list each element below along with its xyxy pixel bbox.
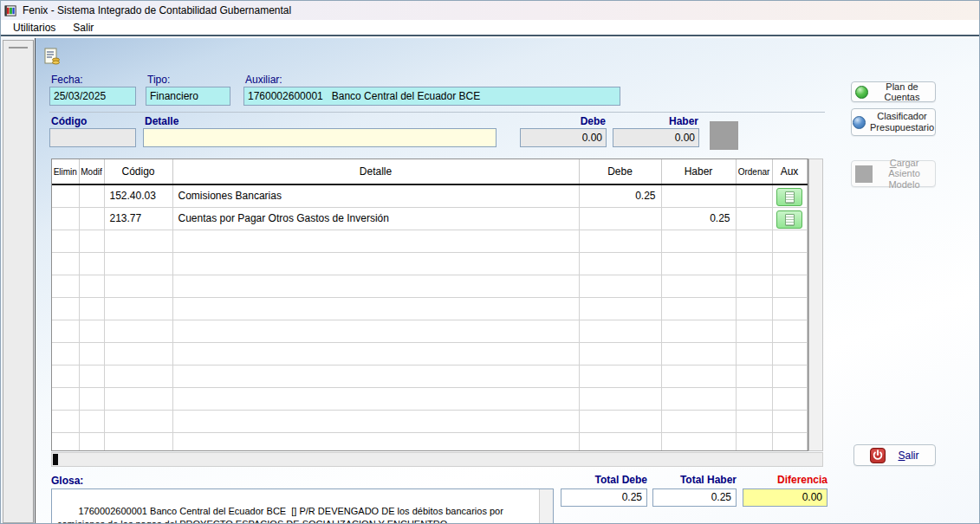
empty-row[interactable]	[52, 387, 807, 410]
empty-row[interactable]	[52, 297, 807, 320]
balance-status-square	[710, 121, 738, 150]
cell-aux	[772, 252, 807, 275]
salir-button[interactable]: Salir	[853, 444, 936, 466]
cell-elimin	[52, 387, 79, 410]
cell-ordenar	[736, 365, 772, 387]
app-window: Fenix - Sistema Integrado de Contabilida…	[0, 0, 980, 524]
menu-salir[interactable]: Salir	[66, 21, 101, 35]
empty-row[interactable]	[52, 320, 807, 342]
cell-codigo	[104, 432, 172, 451]
diferencia-label: Diferencia	[743, 474, 827, 486]
cell-debe	[579, 275, 661, 297]
cell-elimin	[52, 275, 79, 297]
menu-utilitarios[interactable]: Utilitarios	[6, 21, 62, 35]
cell-debe: 0.25	[579, 184, 661, 207]
clasificador-presupuestario-button[interactable]: Clasificador Presupuestario	[851, 108, 936, 136]
col-aux: Aux	[772, 159, 807, 184]
cell-codigo: 152.40.03	[104, 184, 172, 207]
auxiliar-field[interactable]: 1760002600001 Banco Central del Ecuador …	[243, 87, 620, 106]
cell-aux	[772, 342, 807, 365]
cell-haber	[661, 432, 736, 451]
fenix-app-icon	[4, 4, 17, 17]
col-ordenar: Ordenar	[736, 159, 772, 184]
green-sphere-icon	[855, 86, 868, 99]
cell-modif	[79, 275, 104, 297]
cell-elimin	[52, 410, 79, 432]
empty-row[interactable]	[52, 410, 807, 432]
empty-row[interactable]	[52, 365, 807, 387]
plan-de-cuentas-label: Plan de Cuentas	[873, 81, 931, 102]
cell-detalle	[172, 387, 579, 410]
table-vertical-scrollbar[interactable]	[808, 158, 823, 451]
splitter-grip[interactable]	[9, 47, 28, 49]
cell-ordenar	[736, 297, 772, 320]
cell-codigo	[104, 365, 172, 387]
cell-elimin	[52, 252, 79, 275]
empty-row[interactable]	[52, 252, 807, 275]
cell-modif	[79, 207, 104, 230]
cell-codigo	[104, 230, 172, 252]
cell-debe	[579, 365, 661, 387]
glosa-textarea[interactable]: 1760002600001 Banco Central del Ecuador …	[51, 488, 554, 524]
empty-row[interactable]	[52, 342, 807, 365]
cell-detalle	[172, 410, 579, 432]
glosa-scrollbar[interactable]	[539, 489, 553, 523]
cell-ordenar	[736, 275, 772, 297]
document-coins-icon[interactable]	[42, 47, 62, 68]
fecha-field[interactable]: 25/03/2025	[49, 87, 136, 106]
detalle-input[interactable]	[143, 128, 496, 147]
empty-row[interactable]	[52, 275, 807, 297]
cell-haber	[661, 252, 736, 275]
total-debe-field: 0.25	[561, 488, 647, 507]
table-horizontal-scrollbar[interactable]	[51, 452, 823, 467]
aux-document-button[interactable]	[776, 188, 802, 206]
cell-elimin	[52, 365, 79, 387]
cell-elimin	[52, 297, 79, 320]
cell-haber	[661, 184, 736, 207]
title-bar: Fenix - Sistema Integrado de Contabilida…	[1, 1, 979, 20]
cell-haber	[661, 320, 736, 342]
scrollbar-thumb[interactable]	[53, 454, 58, 465]
cell-ordenar	[736, 207, 772, 230]
cell-haber	[661, 387, 736, 410]
cell-aux	[772, 184, 807, 207]
cell-modif	[79, 230, 104, 252]
table-header: Elimin Modif Código Detalle Debe Haber O…	[52, 159, 807, 184]
cell-debe	[579, 207, 661, 230]
entry-row[interactable]: 152.40.03Comisiones Bancarias0.25	[52, 184, 807, 207]
empty-row[interactable]	[52, 432, 807, 451]
tipo-label: Tipo:	[147, 74, 170, 86]
cell-ordenar	[736, 387, 772, 410]
debe-input[interactable]: 0.00	[520, 128, 607, 147]
cell-detalle	[172, 275, 579, 297]
cell-codigo	[104, 410, 172, 432]
cell-modif	[79, 297, 104, 320]
entries-table: Elimin Modif Código Detalle Debe Haber O…	[51, 158, 808, 451]
haber-input[interactable]: 0.00	[613, 128, 699, 147]
cell-modif	[79, 365, 104, 387]
cell-detalle	[172, 320, 579, 342]
cell-modif	[79, 342, 104, 365]
auxiliar-label: Auxiliar:	[245, 74, 282, 86]
cell-debe	[579, 320, 661, 342]
main-panel: Fecha: 25/03/2025 Tipo: Financiero Auxil…	[35, 38, 980, 524]
cell-aux	[772, 387, 807, 410]
col-elimin: Elimin	[52, 159, 79, 184]
cell-debe	[579, 252, 661, 275]
empty-row[interactable]	[52, 230, 807, 252]
codigo-input[interactable]	[49, 128, 136, 147]
plan-de-cuentas-button[interactable]: Plan de Cuentas	[851, 81, 936, 102]
aux-document-button[interactable]	[776, 210, 802, 229]
separator-line	[49, 112, 825, 113]
cell-codigo	[104, 320, 172, 342]
entry-row[interactable]: 213.77Cuentas por Pagar Otros Gastos de …	[52, 207, 807, 230]
cell-codigo	[104, 342, 172, 365]
cell-codigo	[104, 387, 172, 410]
cell-haber	[661, 275, 736, 297]
tipo-field[interactable]: Financiero	[146, 87, 230, 106]
cell-elimin	[52, 432, 79, 451]
cell-aux	[772, 320, 807, 342]
cell-modif	[79, 184, 104, 207]
left-splitter-panel[interactable]	[3, 40, 34, 523]
diferencia-field: 0.00	[743, 488, 827, 507]
